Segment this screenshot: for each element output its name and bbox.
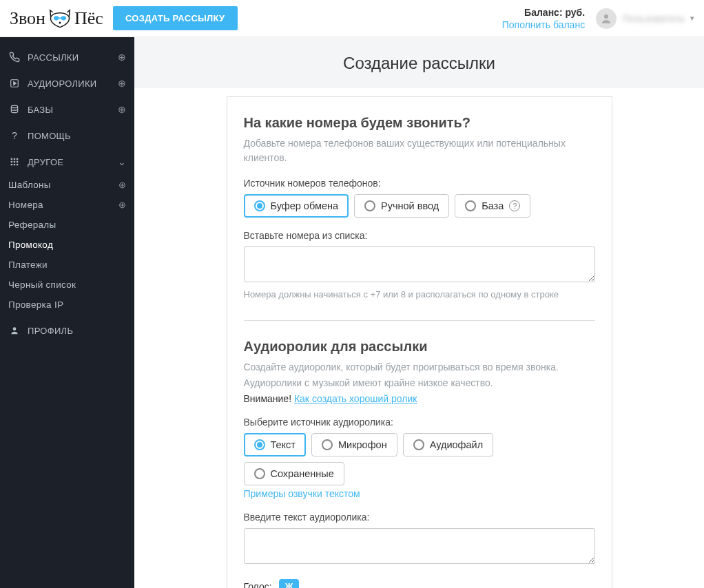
svg-rect-12 — [17, 161, 18, 162]
radio-icon — [254, 200, 265, 211]
logo-text-left: Звон — [10, 8, 45, 29]
dog-face-icon — [47, 9, 73, 28]
radio-saved[interactable]: Сохраненные — [244, 462, 344, 485]
section-numbers-desc: Добавьте номера телефонов ваших существу… — [244, 136, 595, 165]
grid-icon — [8, 156, 21, 168]
logo[interactable]: Звон Пёс — [10, 8, 103, 29]
balance-block: Баланс: руб. Пополнить баланс — [502, 7, 585, 30]
balance-currency: руб. — [565, 7, 585, 18]
svg-point-4 — [604, 14, 608, 19]
help-icon: ? — [8, 129, 21, 142]
radio-icon — [465, 200, 476, 211]
svg-rect-8 — [14, 158, 15, 160]
svg-rect-7 — [11, 158, 12, 160]
radio-icon — [254, 439, 265, 450]
svg-point-3 — [59, 21, 61, 23]
section-audio-desc2: Аудиоролики с музыкой имеют крайне низко… — [244, 376, 595, 390]
plus-icon[interactable]: ⊕ — [118, 200, 126, 210]
svg-rect-14 — [14, 164, 15, 165]
play-icon — [8, 77, 21, 90]
sidebar-sub-blacklist[interactable]: Черный список — [0, 275, 134, 295]
radio-base[interactable]: База? — [455, 194, 530, 218]
svg-rect-9 — [17, 158, 18, 160]
logo-text-right: Пёс — [74, 8, 103, 29]
svg-rect-11 — [14, 161, 15, 162]
radio-clipboard[interactable]: Буфер обмена — [244, 194, 349, 218]
user-icon — [8, 324, 21, 337]
svg-point-16 — [13, 327, 17, 330]
chevron-down-icon: ▾ — [690, 14, 694, 23]
svg-rect-10 — [11, 161, 12, 162]
phone-numbers-hint: Номера должны начинаться с +7 или 8 и ра… — [244, 289, 595, 300]
plus-icon[interactable]: ⊕ — [118, 78, 126, 89]
sidebar-label: ПОМОЩЬ — [28, 131, 126, 141]
section-audio-desc1: Создайте аудиоролик, который будет проиг… — [244, 360, 595, 375]
top-up-link[interactable]: Пополнить баланс — [502, 19, 585, 30]
page-title: Создание рассылки — [134, 37, 704, 88]
sidebar-item-profile[interactable]: ПРОФИЛЬ — [0, 317, 134, 344]
balance-label: Баланс: — [524, 7, 565, 18]
voice-toggle[interactable]: Ж — [279, 579, 300, 588]
sidebar-label: ПРОФИЛЬ — [28, 326, 126, 336]
plus-icon[interactable]: ⊕ — [118, 180, 126, 190]
phone-source-label: Источник номеров телефонов: — [244, 178, 595, 189]
sidebar-sub-checkip[interactable]: Проверка IP — [0, 295, 134, 315]
svg-rect-13 — [11, 164, 12, 165]
sidebar-item-campaigns[interactable]: РАССЫЛКИ ⊕ — [0, 44, 134, 70]
sidebar-item-bases[interactable]: БАЗЫ ⊕ — [0, 96, 134, 123]
radio-audiofile[interactable]: Аудиофайл — [403, 433, 493, 456]
section-numbers-title: На какие номера будем звонить? — [244, 115, 595, 131]
tts-examples-link[interactable]: Примеры озвучки текстом — [244, 488, 595, 499]
section-audio-title: Аудиоролик для рассылки — [244, 339, 595, 355]
sidebar-label: РАССЫЛКИ — [28, 52, 118, 63]
sidebar-sub-numbers[interactable]: Номера⊕ — [0, 195, 134, 215]
svg-point-6 — [11, 105, 17, 108]
sidebar-label: БАЗЫ — [28, 105, 118, 115]
phone-source-radio-group: Буфер обмена Ручной ввод База? — [244, 194, 595, 218]
radio-manual[interactable]: Ручной ввод — [354, 194, 449, 218]
audio-source-radio-group: Текст Микрофон Аудиофайл Сохраненные — [244, 433, 595, 485]
good-clip-link[interactable]: Как создать хороший ролик — [294, 393, 417, 404]
username: Пользователь — [622, 13, 685, 24]
sidebar-item-other[interactable]: ДРУГОЕ ⌄ — [0, 149, 134, 175]
audio-warning: Внимание! Как создать хороший ролик — [244, 393, 595, 404]
audio-source-label: Выберите источник аудиоролика: — [244, 417, 595, 428]
sidebar-label: ДРУГОЕ — [28, 157, 118, 167]
sidebar-label: АУДИОРОЛИКИ — [28, 78, 118, 89]
radio-microphone[interactable]: Микрофон — [311, 433, 397, 456]
radio-icon — [413, 439, 424, 450]
section-divider — [244, 320, 595, 321]
phone-icon — [8, 51, 21, 63]
sidebar-sub-payments[interactable]: Платежи — [0, 255, 134, 275]
radio-icon — [322, 439, 333, 450]
svg-rect-2 — [59, 17, 61, 19]
audio-text-textarea[interactable] — [244, 528, 595, 564]
create-campaign-button[interactable]: СОЗДАТЬ РАССЫЛКУ — [113, 6, 238, 30]
user-menu[interactable]: Пользователь ▾ — [596, 8, 694, 29]
paste-numbers-label: Вставьте номера из списка: — [244, 230, 595, 241]
voice-label: Голос: — [244, 581, 272, 589]
help-icon[interactable]: ? — [509, 200, 520, 211]
sidebar-item-audio[interactable]: АУДИОРОЛИКИ ⊕ — [0, 70, 134, 96]
avatar-icon — [596, 8, 617, 29]
radio-text[interactable]: Текст — [244, 433, 307, 456]
chevron-down-icon: ⌄ — [118, 156, 126, 167]
phone-numbers-textarea[interactable] — [244, 246, 595, 282]
plus-icon[interactable]: ⊕ — [118, 104, 126, 115]
svg-rect-15 — [17, 164, 18, 165]
sidebar-sub-templates[interactable]: Шаблоны⊕ — [0, 175, 134, 195]
audio-text-label: Введите текст аудиоролика: — [244, 512, 595, 523]
plus-icon[interactable]: ⊕ — [118, 52, 126, 63]
database-icon — [8, 103, 21, 116]
sidebar-item-help[interactable]: ? ПОМОЩЬ — [0, 123, 134, 149]
sidebar-sub-promo[interactable]: Промокод — [0, 235, 134, 255]
svg-point-1 — [61, 16, 66, 20]
radio-icon — [254, 468, 265, 479]
radio-icon — [364, 200, 375, 211]
sidebar-sub-referrals[interactable]: Рефералы — [0, 215, 134, 235]
svg-point-0 — [54, 16, 59, 20]
